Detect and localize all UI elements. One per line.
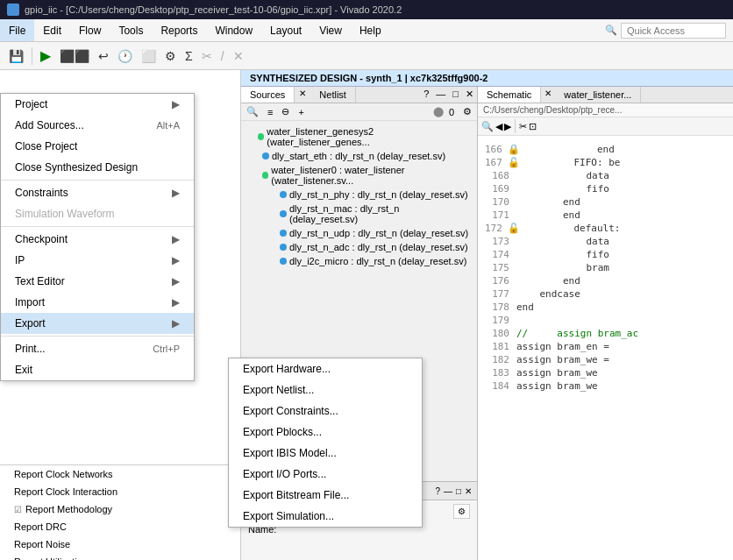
tree-item[interactable]: dly_start_eth : dly_rst_n (delay_reset.s… [245,149,473,163]
menu-item-constraints[interactable]: Constraints ▶ [1,182,194,203]
code-search[interactable]: 🔍 [481,121,494,132]
tree-item[interactable]: dly_rst_n_udp : dly_rst_n (delay_reset.s… [245,226,473,240]
sources-minimize[interactable]: — [432,87,449,103]
menu-view[interactable]: View [310,19,351,41]
code-copy[interactable]: ⊡ [529,121,537,132]
code-line: 177 endcase [485,287,726,301]
src-count: 0 [445,107,458,117]
sources-tab-bar: Sources ✕ Netlist ? — □ ✕ [241,87,477,103]
sources-close-x[interactable]: ✕ [462,87,477,103]
toolbar-run[interactable]: ▶ [37,46,54,66]
sep3 [1,336,194,337]
code-cut[interactable]: ✂ [519,121,527,132]
bottom-gear[interactable]: ⚙ [453,504,470,519]
toolbar-x[interactable]: ✕ [230,47,247,65]
src-filter[interactable]: ≡ [264,106,276,118]
menu-file[interactable]: File [0,19,34,41]
menu-flow[interactable]: Flow [70,19,110,41]
report-drc[interactable]: Report DRC [0,518,240,535]
toolbar-save[interactable]: 💾 [5,47,27,65]
report-utilization[interactable]: Report Utilization [0,553,240,560]
code-line: 170 end [485,195,726,209]
toolbar-cut[interactable]: ✂ [198,47,216,65]
export-netlist[interactable]: Export Netlist... [229,379,422,401]
bullet-blue [262,152,269,159]
menu-item-text-editor[interactable]: Text Editor ▶ [1,271,194,292]
menu-item-close-synth[interactable]: Close Synthesized Design [1,157,194,178]
src-circle: ⬤ [433,106,444,117]
left-panel: Project ▶ Add Sources... Alt+A Close Pro… [0,70,241,560]
sch-close[interactable]: ✕ [541,87,555,103]
toolbar-step[interactable]: ⬛⬛ [56,47,93,65]
export-io-ports[interactable]: Export I/O Ports... [229,464,422,485]
sep [1,180,194,181]
src-search[interactable]: 🔍 [243,105,262,118]
sources-help[interactable]: ? [420,87,432,103]
export-simulation[interactable]: Export Simulation... [229,506,422,527]
tree-item[interactable]: water_listener0 : water_listener (water_… [245,163,473,188]
code-line: 182assign bram_we = [485,353,726,366]
bottom-close[interactable]: ✕ [465,486,472,496]
bottom-help[interactable]: ? [435,486,440,496]
check-icon: ☑ [14,505,22,514]
menu-item-import[interactable]: Import ▶ [1,292,194,313]
main-area: Project ▶ Add Sources... Alt+A Close Pro… [0,70,733,560]
sources-maximize[interactable]: □ [449,87,462,103]
toolbar-settings[interactable]: ⚙ [161,47,180,65]
code-line: 171 end [485,209,726,222]
menu-help[interactable]: Help [351,19,390,41]
tree-item[interactable]: dly_rst_n_phy : dly_rst_n (delay_reset.s… [245,188,473,202]
menu-layout[interactable]: Layout [261,19,310,41]
tab-schematic[interactable]: Schematic [478,87,541,103]
quick-access-input[interactable] [621,23,726,39]
tab-sources[interactable]: Sources [241,87,295,103]
title-bar: gpio_iic - [C:/Users/cheng/Desktop/ptp_r… [0,0,733,19]
menu-item-close-project[interactable]: Close Project [1,136,194,157]
code-back[interactable]: ◀ [495,121,502,132]
code-forward[interactable]: ▶ [504,121,511,132]
sources-close[interactable]: ✕ [295,87,310,103]
menu-item-add-sources[interactable]: Add Sources... Alt+A [1,115,194,136]
schematic-panel: Schematic ✕ water_listener... C:/Users/c… [478,87,733,560]
report-noise[interactable]: Report Noise [0,535,240,553]
export-hardware[interactable]: Export Hardware... [229,358,422,379]
menu-item-project[interactable]: Project ▶ [1,94,194,115]
code-line: 176 end [485,274,726,287]
export-ibis[interactable]: Export IBIS Model... [229,443,422,464]
report-clock-interaction[interactable]: Report Clock Interaction [0,483,240,500]
toolbar-clock[interactable]: 🕐 [114,47,136,65]
tree-item[interactable]: dly_i2c_micro : dly_rst_n (delay_reset.s… [245,254,473,268]
code-line: 178end [485,301,726,314]
bottom-max[interactable]: □ [456,486,461,496]
menu-item-ip[interactable]: IP ▶ [1,250,194,271]
export-constraints[interactable]: Export Constraints... [229,401,422,422]
tree-item[interactable]: dly_rst_n_adc : dly_rst_n (delay_reset.s… [245,240,473,254]
tab-netlist[interactable]: Netlist [310,87,356,103]
bullet-blue6 [280,258,287,265]
schematic-path: C:/Users/cheng/Desktop/ptp_rece... [478,103,733,117]
arrow-icon2: ▶ [172,233,180,245]
toolbar-step2[interactable]: ↩ [95,47,112,65]
export-pblocks[interactable]: Export Pblocks... [229,422,422,443]
report-clock-networks[interactable]: Report Clock Networks [0,465,240,483]
menu-reports[interactable]: Reports [152,19,206,41]
menu-item-export[interactable]: Export ▶ [1,313,194,334]
report-methodology[interactable]: ☑ Report Methodology [0,500,240,518]
bottom-min[interactable]: — [444,486,452,496]
menu-window[interactable]: Window [206,19,261,41]
src-add[interactable]: + [295,106,307,118]
menu-edit[interactable]: Edit [34,19,70,41]
tab-water-listener[interactable]: water_listener... [555,87,641,103]
toolbar-copy[interactable]: ⬜ [138,47,160,65]
toolbar-sigma[interactable]: Σ [181,47,196,65]
tree-item[interactable]: dly_rst_n_mac : dly_rst_n (delay_reset.s… [245,202,473,226]
export-bitstream[interactable]: Export Bitstream File... [229,485,422,506]
menu-tools[interactable]: Tools [110,19,152,41]
menu-item-checkpoint[interactable]: Checkpoint ▶ [1,229,194,250]
menu-item-exit[interactable]: Exit [1,359,194,380]
tree-item[interactable]: water_listener_genesys2 (water_listener_… [245,124,473,149]
src-gear[interactable]: ⚙ [459,105,475,118]
toolbar-slash[interactable]: / [217,47,228,65]
menu-item-print[interactable]: Print... Ctrl+P [1,338,194,359]
src-collapse[interactable]: ⊖ [278,105,293,118]
